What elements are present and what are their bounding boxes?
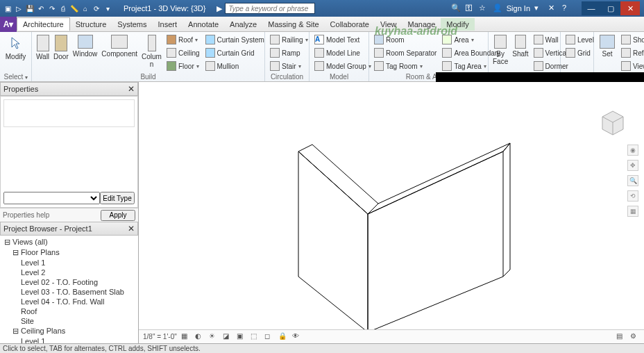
undo-icon[interactable]: ↶ bbox=[36, 3, 46, 13]
tab-systems[interactable]: Systems bbox=[112, 18, 152, 31]
tree-level[interactable]: Level 04 - T.O. Fnd. Wall bbox=[0, 297, 138, 306]
visual-style-icon[interactable]: ◐ bbox=[195, 332, 205, 342]
nav-wheel-icon[interactable]: ◉ bbox=[627, 145, 638, 156]
nav-cube-icon[interactable]: ▦ bbox=[627, 206, 638, 217]
model-line-button[interactable]: Model Line bbox=[312, 47, 373, 59]
tab-analyze[interactable]: Analyze bbox=[224, 18, 262, 31]
minimize-button[interactable]: — bbox=[582, 1, 601, 15]
shadows-icon[interactable]: ◪ bbox=[223, 332, 232, 342]
roof-button[interactable]: Roof bbox=[164, 33, 202, 46]
tab-annotate[interactable]: Annotate bbox=[183, 18, 224, 31]
by-face-button[interactable]: By Face bbox=[491, 33, 509, 67]
properties-header[interactable]: Properties ✕ bbox=[0, 82, 138, 96]
tree-views-root[interactable]: ⊟ Views (all) bbox=[0, 237, 138, 247]
railing-button[interactable]: Railing bbox=[268, 33, 310, 46]
stair-button[interactable]: Stair bbox=[268, 60, 310, 72]
dropdown-icon[interactable]: ▾ bbox=[534, 3, 544, 13]
browser-header[interactable]: Project Browser - Project1 ✕ bbox=[0, 222, 138, 236]
nav-zoom-icon[interactable]: 🔍 bbox=[627, 175, 638, 186]
signin-button[interactable]: Sign In bbox=[507, 4, 530, 13]
browser-tree[interactable]: ⊟ Views (all) ⊟ Floor Plans Level 1 Leve… bbox=[0, 236, 138, 343]
search-input[interactable] bbox=[225, 3, 315, 14]
tree-level[interactable]: Level 2 bbox=[0, 268, 138, 277]
curtain-grid-button[interactable]: Curtain Grid bbox=[203, 47, 266, 59]
mullion-button[interactable]: Mullion bbox=[203, 60, 266, 72]
options-icon[interactable]: ⚙ bbox=[630, 332, 640, 342]
tab-massing[interactable]: Massing & Site bbox=[262, 18, 324, 31]
nav-pan-icon[interactable]: ✥ bbox=[627, 160, 638, 171]
tree-level[interactable]: Level 03 - T.O. Basement Slab bbox=[0, 287, 138, 297]
model-group-button[interactable]: Model Group bbox=[312, 60, 373, 72]
component-button[interactable]: Component bbox=[100, 33, 139, 59]
group-label-select[interactable]: Select bbox=[0, 73, 31, 81]
open-icon[interactable]: ▷ bbox=[14, 3, 24, 13]
ceiling-button[interactable]: Ceiling bbox=[164, 47, 202, 59]
redo-icon[interactable]: ↷ bbox=[47, 3, 57, 13]
chevron-right-icon[interactable]: ▶ bbox=[214, 4, 225, 13]
tab-structure[interactable]: Structure bbox=[70, 18, 112, 31]
edit-type-button[interactable]: Edit Type bbox=[100, 192, 135, 204]
properties-help-label[interactable]: Properties help bbox=[3, 211, 49, 219]
ramp-button[interactable]: Ramp bbox=[268, 47, 310, 59]
browser-close-icon[interactable]: ✕ bbox=[128, 224, 135, 233]
window-button[interactable]: Window bbox=[71, 33, 99, 59]
crop-icon[interactable]: ⬚ bbox=[251, 332, 260, 342]
key-icon[interactable]: ⚿ bbox=[465, 3, 475, 13]
floor-button[interactable]: Floor bbox=[164, 60, 202, 72]
measure-icon[interactable]: 📏 bbox=[69, 3, 79, 13]
tag-room-button[interactable]: Tag Room bbox=[372, 60, 439, 72]
x-icon[interactable]: ✕ bbox=[548, 3, 558, 13]
tree-ceiling-plans[interactable]: ⊟ Ceiling Plans bbox=[0, 326, 138, 336]
sync-icon[interactable]: ⟳ bbox=[92, 3, 101, 13]
modify-button[interactable]: Modify bbox=[3, 33, 28, 62]
scale-display[interactable]: 1/8" = 1'-0" bbox=[143, 333, 177, 340]
tab-collaborate[interactable]: Collaborate bbox=[325, 18, 375, 31]
lock-icon[interactable]: 🔒 bbox=[278, 332, 288, 342]
view-cube[interactable] bbox=[595, 103, 630, 138]
hide-icon[interactable]: 👁 bbox=[292, 332, 302, 342]
nav-orbit-icon[interactable]: ⟲ bbox=[627, 190, 638, 202]
viewer-button[interactable]: Viewer bbox=[619, 60, 644, 72]
help-icon[interactable]: ? bbox=[562, 3, 572, 13]
tree-floor-plans[interactable]: ⊟ Floor Plans bbox=[0, 247, 138, 258]
save-icon[interactable]: 💾 bbox=[25, 3, 35, 13]
detail-level-icon[interactable]: ▦ bbox=[181, 332, 191, 342]
binoculars-icon[interactable]: 🔍 bbox=[451, 3, 461, 13]
door-button[interactable]: Door bbox=[52, 33, 70, 62]
maximize-button[interactable]: ▢ bbox=[601, 1, 620, 15]
shaft-button[interactable]: Shaft bbox=[511, 33, 529, 59]
apply-button[interactable]: Apply bbox=[101, 210, 135, 221]
close-button[interactable]: ✕ bbox=[620, 1, 640, 15]
type-selector[interactable] bbox=[3, 192, 100, 204]
wall-button[interactable]: Wall bbox=[35, 33, 51, 62]
print-icon[interactable]: ⎙ bbox=[58, 3, 68, 13]
tree-level[interactable]: Level 1 bbox=[0, 258, 138, 268]
set-button[interactable]: Set bbox=[597, 33, 618, 59]
tree-level[interactable]: Site bbox=[0, 316, 138, 326]
tab-modify[interactable]: Modify bbox=[441, 18, 474, 31]
tree-level[interactable]: Level 02 - T.O. Footing bbox=[0, 277, 138, 287]
room-separator-button[interactable]: Room Separator bbox=[372, 47, 439, 59]
tab-insert[interactable]: Insert bbox=[153, 18, 183, 31]
filter-icon[interactable]: ▤ bbox=[616, 332, 626, 342]
properties-close-icon[interactable]: ✕ bbox=[128, 84, 135, 94]
column-button[interactable]: Colum n bbox=[140, 33, 163, 69]
model-text-button[interactable]: AModel Text bbox=[312, 33, 373, 46]
sun-icon[interactable]: ☀ bbox=[209, 332, 219, 342]
level-button[interactable]: Level bbox=[564, 33, 596, 46]
tree-level[interactable]: Roof bbox=[0, 306, 138, 316]
render-icon[interactable]: ▣ bbox=[237, 332, 246, 342]
more-icon[interactable]: ▾ bbox=[103, 3, 112, 13]
tab-view[interactable]: View bbox=[375, 18, 402, 31]
3d-viewport[interactable]: ◉ ✥ 🔍 ⟲ ▦ bbox=[139, 82, 644, 329]
crop-show-icon[interactable]: ◻ bbox=[264, 332, 274, 342]
grid-button[interactable]: Grid bbox=[564, 47, 596, 59]
app-menu-button[interactable]: A▾ bbox=[0, 17, 17, 32]
tab-architecture[interactable]: Architecture bbox=[17, 17, 70, 31]
show-button[interactable]: Show bbox=[619, 33, 644, 46]
curtain-system-button[interactable]: Curtain System bbox=[203, 33, 266, 46]
room-button[interactable]: Room bbox=[372, 33, 439, 46]
star-icon[interactable]: ☆ bbox=[479, 3, 489, 13]
ref-plane-button[interactable]: Ref Plane bbox=[619, 47, 644, 59]
tab-manage[interactable]: Manage bbox=[402, 18, 441, 31]
